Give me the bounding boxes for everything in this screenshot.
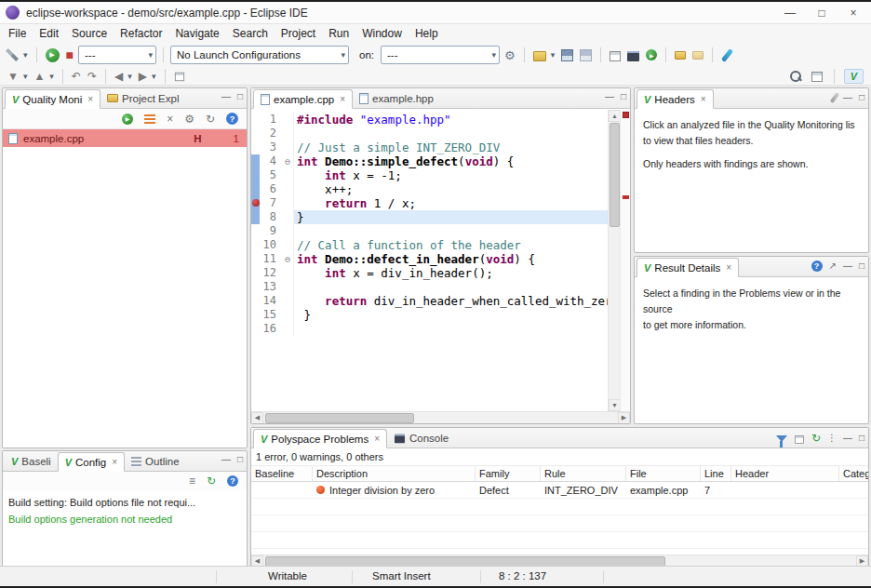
window-maximize-button[interactable]: □ xyxy=(806,7,838,20)
link-editor-button[interactable] xyxy=(690,50,705,60)
close-tab-icon[interactable]: × xyxy=(112,457,117,467)
scroll-right-icon[interactable]: ▶ xyxy=(618,412,630,424)
last-edit-button[interactable]: ↶ xyxy=(70,69,83,84)
stop-analysis-button[interactable]: ■ xyxy=(64,47,75,62)
menu-project[interactable]: Project xyxy=(275,25,322,42)
annotate-button[interactable] xyxy=(719,47,735,63)
run-last-button[interactable]: ▶ xyxy=(644,48,659,61)
build-button[interactable] xyxy=(608,48,623,62)
view-menu-icon[interactable]: ⋮ xyxy=(827,434,837,443)
code-line-14[interactable]: 14 return div_in_header_when_called_with… xyxy=(251,294,608,308)
code-line-16[interactable]: 16 xyxy=(251,322,608,336)
run-analysis-button[interactable]: ▶ xyxy=(44,47,61,63)
minimize-view-icon[interactable]: — xyxy=(605,92,614,101)
prev-annotation-button[interactable]: ▲ ▾ xyxy=(32,69,55,84)
group-icon[interactable] xyxy=(795,435,804,444)
redo-button[interactable]: ↷ xyxy=(86,69,99,84)
maximize-view-icon[interactable]: □ xyxy=(237,455,243,464)
save-button[interactable] xyxy=(559,47,575,62)
menu-refactor[interactable]: Refactor xyxy=(114,25,168,42)
new-wizard-button[interactable]: ▾ xyxy=(531,47,557,62)
problem-row[interactable]: Integer division by zero Defect INT_ZERO… xyxy=(251,482,868,499)
launch-config-combo[interactable]: No Launch Configurations ▾ xyxy=(170,46,349,64)
target-combo[interactable]: --- ▾ xyxy=(78,46,156,64)
column-baseline[interactable]: Baseline xyxy=(251,466,313,481)
options-list-button[interactable]: ≡ xyxy=(187,474,197,488)
menu-help[interactable]: Help xyxy=(409,25,445,42)
code-line-3[interactable]: 3// Just a simple INT_ZERO_DIV xyxy=(251,140,608,154)
close-tab-icon[interactable]: × xyxy=(87,94,93,104)
quality-file-row[interactable]: example.cpp H 1 xyxy=(3,129,247,147)
close-tab-icon[interactable]: × xyxy=(726,262,731,273)
menu-run[interactable]: Run xyxy=(322,25,355,42)
scrollbar-thumb[interactable] xyxy=(610,123,620,227)
menu-search[interactable]: Search xyxy=(226,25,275,42)
menu-source[interactable]: Source xyxy=(65,25,114,42)
on-target-combo[interactable]: --- ▾ xyxy=(381,46,500,64)
tab-outline[interactable]: Outline xyxy=(125,451,185,471)
fold-marker-icon[interactable]: ⊖ xyxy=(282,154,294,168)
menu-window[interactable]: Window xyxy=(355,25,409,42)
forward-button[interactable]: ▶ ▾ xyxy=(137,69,158,84)
configure-monitoring-button[interactable]: ⚙ xyxy=(182,112,196,127)
open-perspective-button[interactable] xyxy=(810,69,824,83)
scroll-left-icon[interactable]: ◀ xyxy=(251,412,263,424)
tab-baseline[interactable]: V Baseli xyxy=(5,451,58,471)
maximize-view-icon[interactable]: □ xyxy=(859,93,864,102)
code-line-2[interactable]: 2 xyxy=(251,127,608,140)
menu-navigate[interactable]: Navigate xyxy=(168,25,225,42)
editor-horizontal-scrollbar[interactable]: ◀ ▶ xyxy=(251,411,630,423)
pencil-icon[interactable] xyxy=(830,92,840,103)
refresh-icon[interactable]: ↻ xyxy=(811,432,821,445)
column-family[interactable]: Family xyxy=(476,466,541,481)
column-description[interactable]: Description xyxy=(313,466,476,481)
back-button[interactable]: ◀ ▾ xyxy=(113,69,134,84)
open-external-icon[interactable]: ↗ xyxy=(829,261,837,271)
help-icon[interactable]: ? xyxy=(811,261,823,272)
window-minimize-button[interactable]: — xyxy=(774,7,806,20)
tab-result-details[interactable]: V Result Details × xyxy=(636,258,739,277)
code-line-13[interactable]: 13 xyxy=(251,280,608,294)
tab-example-cpp[interactable]: example.cpp × xyxy=(253,89,353,109)
close-tab-icon[interactable]: × xyxy=(374,434,380,444)
run-monitoring-button[interactable]: ▶ xyxy=(120,113,135,126)
column-header[interactable]: Header xyxy=(731,466,839,481)
refresh-monitoring-button[interactable]: ↻ xyxy=(204,112,217,127)
refresh-config-button[interactable]: ↻ xyxy=(205,474,218,488)
tab-example-hpp[interactable]: example.hpp xyxy=(353,88,440,108)
column-line[interactable]: Line xyxy=(701,466,731,481)
maximize-view-icon[interactable]: □ xyxy=(859,261,864,271)
code-line-8[interactable]: 8} xyxy=(251,210,608,224)
tab-project-explorer[interactable]: Project Expl xyxy=(100,88,185,108)
next-annotation-button[interactable]: ▼ ▾ xyxy=(6,69,29,84)
filter-icon[interactable] xyxy=(776,435,787,442)
minimize-view-icon[interactable]: — xyxy=(843,93,852,102)
column-category[interactable]: Category xyxy=(839,466,869,481)
code-line-1[interactable]: 1#include "example.hpp" xyxy=(251,113,608,127)
help-button[interactable]: ? xyxy=(224,112,240,126)
editor-list-button[interactable] xyxy=(172,69,187,83)
polyspace-perspective-button[interactable]: V xyxy=(844,69,864,84)
menu-file[interactable]: File xyxy=(2,25,33,42)
code-line-15[interactable]: 15 } xyxy=(251,308,608,322)
tab-console[interactable]: Console xyxy=(387,428,455,448)
help-button[interactable]: ? xyxy=(225,474,240,488)
scrollbar-thumb[interactable] xyxy=(265,413,414,423)
close-tab-icon[interactable]: × xyxy=(340,94,345,104)
code-line-11[interactable]: 11⊖int Demo::defect_in_header(void) { xyxy=(251,252,608,266)
error-position-marker[interactable] xyxy=(623,195,629,199)
maximize-view-icon[interactable]: □ xyxy=(621,92,626,101)
code-line-10[interactable]: 10// Call a function of the header xyxy=(251,238,608,252)
window-close-button[interactable]: × xyxy=(838,7,869,20)
tab-config[interactable]: V Config × xyxy=(58,452,125,472)
maximize-view-icon[interactable]: □ xyxy=(237,92,243,101)
fold-marker-icon[interactable]: ⊖ xyxy=(282,252,294,266)
code-line-6[interactable]: 6 x++; xyxy=(251,182,608,196)
column-rule[interactable]: Rule xyxy=(541,466,626,481)
minimize-view-icon[interactable]: — xyxy=(843,261,852,271)
editor-vertical-scrollbar[interactable]: ▲ ▼ xyxy=(608,110,620,411)
load-results-button[interactable] xyxy=(142,112,157,126)
close-tab-icon[interactable]: × xyxy=(701,94,706,104)
code-line-12[interactable]: 12 int x = div_in_header(); xyxy=(251,266,608,280)
minimize-view-icon[interactable]: — xyxy=(221,455,231,464)
